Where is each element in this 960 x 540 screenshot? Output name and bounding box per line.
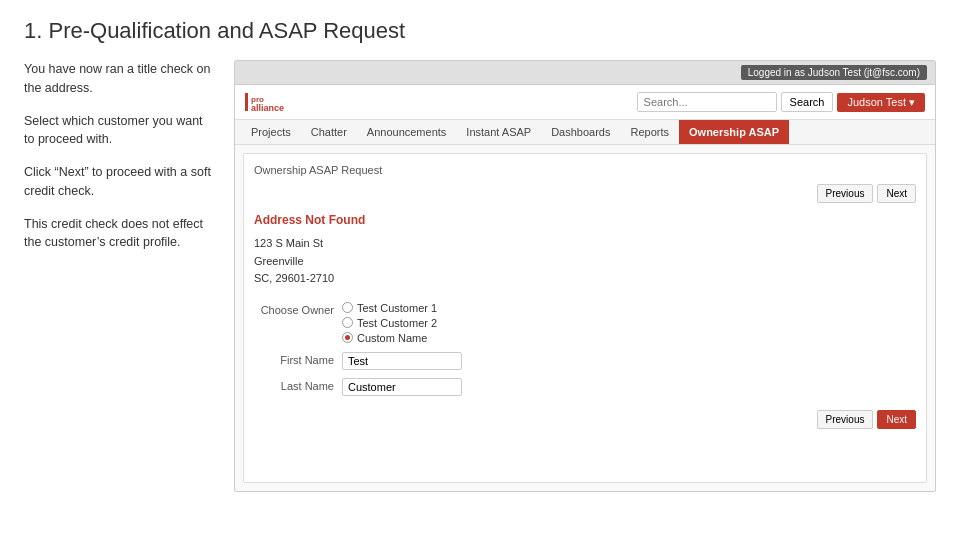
nav-instant-asap[interactable]: Instant ASAP (456, 120, 541, 144)
radio-test-customer-2[interactable]: Test Customer 2 (342, 317, 437, 329)
instruction-block-1: You have now ran a title check on the ad… (24, 60, 214, 98)
radio-dot-2 (342, 317, 353, 328)
radio-label-2: Test Customer 2 (357, 317, 437, 329)
app-window: Logged in as Judson Test (jt@fsc.com) pr… (234, 60, 936, 492)
address-line-1: 123 S Main St (254, 237, 323, 249)
search-area: Search Judson Test ▾ (637, 92, 925, 112)
page-container: 1. Pre-Qualification and ASAP Request Yo… (0, 0, 960, 540)
nav-chatter[interactable]: Chatter (301, 120, 357, 144)
app-header: pro alliance Search Judson Test ▾ (235, 85, 935, 120)
user-menu-button[interactable]: Judson Test ▾ (837, 93, 925, 112)
top-next-button[interactable]: Next (877, 184, 916, 203)
first-name-input[interactable] (342, 352, 462, 370)
choose-owner-label: Choose Owner (254, 302, 334, 316)
first-name-row: First Name (254, 352, 916, 370)
address-line-3: SC, 29601-2710 (254, 272, 334, 284)
page-title: 1. Pre-Qualification and ASAP Request (24, 18, 936, 44)
nav-announcements[interactable]: Announcements (357, 120, 457, 144)
last-name-row: Last Name (254, 378, 916, 396)
first-name-label: First Name (254, 352, 334, 366)
instruction-block-4: This credit check does not effect the cu… (24, 215, 214, 253)
instruction-text-2: Select which customer you want to procee… (24, 114, 203, 147)
instruction-text-4: This credit check does not effect the cu… (24, 217, 203, 250)
instruction-block-2: Select which customer you want to procee… (24, 112, 214, 150)
instruction-text-1: You have now ran a title check on the ad… (24, 62, 210, 95)
nav-dashboards[interactable]: Dashboards (541, 120, 620, 144)
owner-radio-group: Test Customer 1 Test Customer 2 Custom N… (342, 302, 437, 344)
top-btn-row: Previous Next (254, 184, 916, 203)
radio-label-1: Test Customer 1 (357, 302, 437, 314)
last-name-label: Last Name (254, 378, 334, 392)
radio-dot-3 (342, 332, 353, 343)
left-panel: You have now ran a title check on the ad… (24, 60, 214, 266)
nav-bar: Projects Chatter Announcements Instant A… (235, 120, 935, 145)
bottom-btn-row: Previous Next (254, 410, 916, 429)
logo-svg: pro alliance (245, 91, 325, 113)
bottom-previous-button[interactable]: Previous (817, 410, 874, 429)
section-title: Ownership ASAP Request (254, 164, 916, 176)
radio-dot-1 (342, 302, 353, 313)
nav-ownership-asap[interactable]: Ownership ASAP (679, 120, 789, 144)
radio-custom-name[interactable]: Custom Name (342, 332, 437, 344)
browser-topbar: Logged in as Judson Test (jt@fsc.com) (235, 61, 935, 85)
nav-projects[interactable]: Projects (241, 120, 301, 144)
top-previous-button[interactable]: Previous (817, 184, 874, 203)
nav-reports[interactable]: Reports (620, 120, 679, 144)
svg-rect-0 (245, 93, 248, 111)
choose-owner-row: Choose Owner Test Customer 1 Test Custom… (254, 302, 916, 344)
instruction-text-3: Click “Next” to proceed with a soft cred… (24, 165, 211, 198)
radio-label-3: Custom Name (357, 332, 427, 344)
main-content: Ownership ASAP Request Previous Next Add… (243, 153, 927, 483)
logged-in-badge: Logged in as Judson Test (jt@fsc.com) (741, 65, 927, 80)
search-input[interactable] (637, 92, 777, 112)
radio-test-customer-1[interactable]: Test Customer 1 (342, 302, 437, 314)
form-area: Choose Owner Test Customer 1 Test Custom… (254, 302, 916, 396)
content-row: You have now ran a title check on the ad… (24, 60, 936, 492)
search-button[interactable]: Search (781, 92, 834, 112)
address-text: 123 S Main St Greenville SC, 29601-2710 (254, 235, 916, 288)
instruction-block-3: Click “Next” to proceed with a soft cred… (24, 163, 214, 201)
last-name-input[interactable] (342, 378, 462, 396)
address-line-2: Greenville (254, 255, 304, 267)
logo-area: pro alliance (245, 91, 325, 113)
bottom-next-button[interactable]: Next (877, 410, 916, 429)
address-not-found-label: Address Not Found (254, 213, 916, 227)
svg-text:alliance: alliance (251, 103, 284, 113)
